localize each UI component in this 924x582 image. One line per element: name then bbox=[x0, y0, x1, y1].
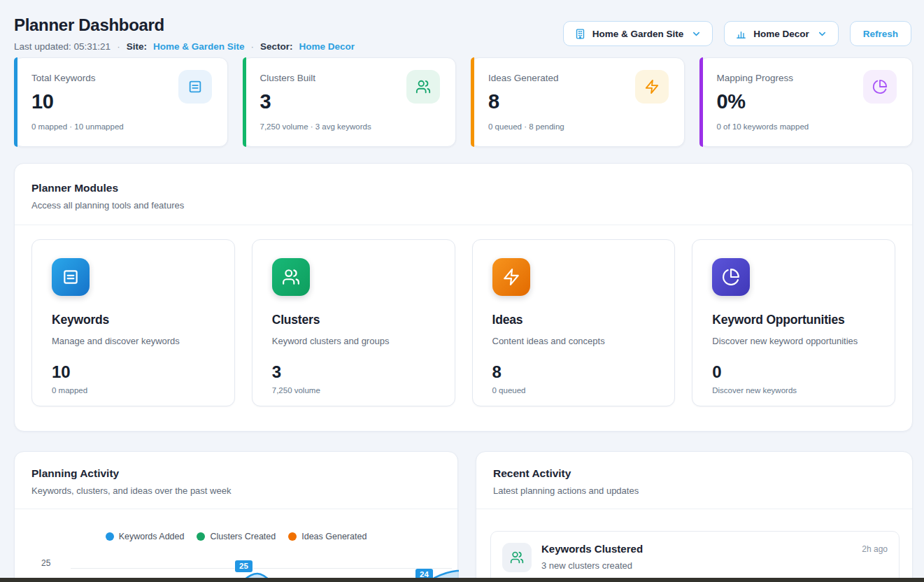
module-card-clusters[interactable]: Clusters Keyword clusters and groups 3 7… bbox=[252, 239, 455, 406]
planning-activity-panel: Planning Activity Keywords, clusters, an… bbox=[14, 451, 458, 582]
legend-label: Keywords Added bbox=[119, 532, 185, 541]
refresh-button-label: Refresh bbox=[863, 29, 898, 39]
recent-panel-header: Recent Activity Latest planning actions … bbox=[476, 452, 912, 509]
legend-item-ideas-generated[interactable]: Ideas Generated bbox=[288, 532, 367, 541]
stat-card-ideas-generated: Ideas Generated 8 0 queued · 8 pending bbox=[471, 57, 685, 147]
pie-chart-icon bbox=[863, 70, 897, 104]
site-selector-label: Home & Garden Site bbox=[592, 29, 684, 39]
data-label-25: 25 bbox=[235, 560, 253, 572]
building-icon bbox=[574, 28, 586, 40]
module-description: Discover new keyword opportunities bbox=[712, 336, 875, 346]
page-header: Planner Dashboard Last updated: 05:31:21… bbox=[14, 15, 355, 52]
module-sub: 0 mapped bbox=[52, 386, 215, 395]
divider bbox=[476, 509, 912, 509]
users-icon bbox=[406, 70, 440, 104]
module-description: Manage and discover keywords bbox=[52, 336, 215, 346]
sector-selector-button[interactable]: Home Decor bbox=[724, 21, 839, 46]
activity-item-description: 3 new clusters created bbox=[541, 560, 888, 571]
zap-icon bbox=[492, 258, 530, 296]
stat-sub: 7,250 volume · 3 avg keywords bbox=[260, 122, 439, 131]
chevron-down-icon bbox=[817, 29, 827, 39]
module-title: Clusters bbox=[272, 313, 435, 327]
planning-panel-header: Planning Activity Keywords, clusters, an… bbox=[15, 452, 457, 509]
module-card-ideas[interactable]: Ideas Content ideas and concepts 8 0 que… bbox=[472, 239, 676, 406]
legend-label: Clusters Created bbox=[210, 532, 276, 541]
stats-row: Total Keywords 10 0 mapped · 10 unmapped… bbox=[14, 57, 913, 147]
recent-panel-title: Recent Activity bbox=[493, 467, 895, 480]
planning-panel-subtitle: Keywords, clusters, and ideas over the p… bbox=[31, 485, 441, 496]
modules-grid: Keywords Manage and discover keywords 10… bbox=[15, 225, 912, 406]
last-updated-text: Last updated: 05:31:21 bbox=[14, 41, 111, 52]
bar-chart-icon bbox=[735, 28, 747, 40]
document-icon bbox=[178, 70, 212, 104]
stat-card-clusters-built: Clusters Built 3 7,250 volume · 3 avg ke… bbox=[243, 57, 457, 147]
modules-panel-subtitle: Access all planning tools and features bbox=[31, 200, 895, 211]
legend-label: Ideas Generated bbox=[301, 532, 367, 541]
stat-sub: 0 of 10 keywords mapped bbox=[717, 122, 896, 131]
activity-item-keywords-clustered: Keywords Clustered 3 new clusters create… bbox=[490, 531, 900, 582]
module-sub: 7,250 volume bbox=[272, 386, 435, 395]
module-value: 8 bbox=[492, 362, 655, 382]
stat-sub: 0 queued · 8 pending bbox=[488, 122, 667, 131]
pie-chart-icon bbox=[712, 258, 750, 296]
module-card-keyword-opportunities[interactable]: Keyword Opportunities Discover new keywo… bbox=[692, 239, 895, 406]
site-label: Site: bbox=[127, 41, 147, 52]
chevron-down-icon bbox=[691, 29, 702, 39]
sector-label: Sector: bbox=[260, 41, 293, 52]
legend-item-keywords-added[interactable]: Keywords Added bbox=[106, 532, 185, 541]
planning-panel-title: Planning Activity bbox=[31, 467, 441, 480]
module-title: Ideas bbox=[492, 313, 655, 327]
module-value: 0 bbox=[712, 362, 875, 382]
meta-separator: · bbox=[117, 41, 120, 52]
planner-modules-panel: Planner Modules Access all planning tool… bbox=[14, 163, 913, 432]
sector-selector-label: Home Decor bbox=[753, 29, 809, 39]
module-description: Content ideas and concepts bbox=[492, 336, 655, 346]
site-link[interactable]: Home & Garden Site bbox=[153, 41, 245, 52]
sector-link[interactable]: Home Decor bbox=[299, 41, 355, 52]
meta-separator: · bbox=[250, 41, 254, 52]
document-icon bbox=[52, 258, 90, 296]
recent-activity-panel: Recent Activity Latest planning actions … bbox=[476, 451, 913, 582]
module-value: 3 bbox=[272, 362, 435, 382]
module-title: Keywords bbox=[52, 313, 215, 327]
module-value: 10 bbox=[52, 362, 215, 382]
page-title: Planner Dashboard bbox=[14, 15, 355, 35]
module-sub: Discover new keywords bbox=[712, 386, 875, 395]
legend-item-clusters-created[interactable]: Clusters Created bbox=[197, 532, 276, 541]
activity-item-time: 2h ago bbox=[862, 544, 888, 554]
modules-panel-title: Planner Modules bbox=[31, 182, 895, 194]
divider bbox=[15, 509, 457, 509]
screen-bottom-bar bbox=[0, 578, 924, 582]
modules-panel-header: Planner Modules Access all planning tool… bbox=[15, 164, 912, 225]
legend-dot-orange bbox=[288, 532, 297, 541]
stat-card-mapping-progress: Mapping Progress 0% 0 of 10 keywords map… bbox=[699, 57, 914, 147]
stat-sub: 0 mapped · 10 unmapped bbox=[31, 122, 211, 131]
header-controls: Home & Garden Site Home Decor Refresh bbox=[563, 21, 911, 46]
module-title: Keyword Opportunities bbox=[712, 313, 875, 327]
refresh-button[interactable]: Refresh bbox=[850, 21, 911, 46]
stat-card-total-keywords: Total Keywords 10 0 mapped · 10 unmapped bbox=[14, 57, 228, 147]
activity-item-title: Keywords Clustered bbox=[541, 543, 888, 555]
legend-dot-green bbox=[197, 532, 205, 541]
chart-legend: Keywords Added Clusters Created Ideas Ge… bbox=[15, 532, 457, 541]
module-card-keywords[interactable]: Keywords Manage and discover keywords 10… bbox=[31, 239, 235, 406]
site-selector-button[interactable]: Home & Garden Site bbox=[563, 21, 713, 46]
users-icon bbox=[272, 258, 310, 296]
page-meta: Last updated: 05:31:21 · Site: Home & Ga… bbox=[14, 41, 355, 52]
module-sub: 0 queued bbox=[492, 386, 655, 395]
zap-icon bbox=[635, 70, 669, 104]
legend-dot-blue bbox=[106, 532, 114, 541]
module-description: Keyword clusters and groups bbox=[272, 336, 435, 346]
recent-panel-subtitle: Latest planning actions and updates bbox=[493, 485, 895, 496]
users-icon bbox=[502, 543, 532, 572]
